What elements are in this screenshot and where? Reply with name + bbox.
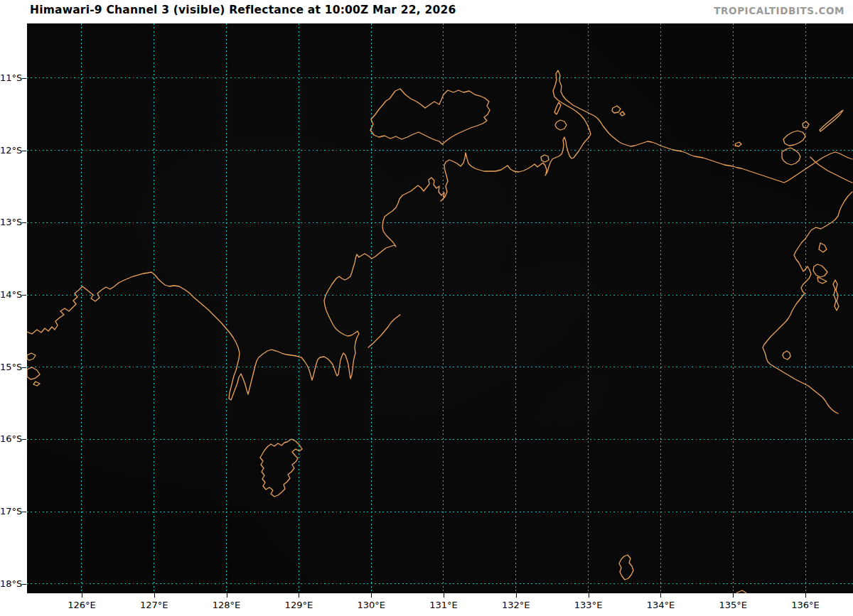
longitude-tick (733, 593, 734, 598)
coastline-left-edge-island-a (27, 353, 36, 360)
latitude-tick (22, 584, 26, 585)
coastline-groote-edge-island (833, 280, 839, 310)
latitude-label: 12°S (0, 145, 21, 156)
coastline-island-ne-arnhem-c (782, 148, 800, 165)
coastline-goulburn-island-west (612, 106, 621, 113)
longitude-tick (444, 593, 444, 598)
longitude-tick (371, 593, 372, 598)
coastline-goulburn-island-east (620, 112, 625, 116)
coastline-tiwi-islands (370, 89, 490, 144)
header-bar: Himawari-9 Channel 3 (visible) Reflectan… (0, 0, 853, 23)
latitude-tick (22, 367, 26, 368)
satellite-image-page: { "header": { "title": "Himawari-9 Chann… (0, 0, 853, 616)
latitude-tick (22, 78, 26, 79)
latitude-tick (22, 512, 26, 512)
latitude-label: 13°S (0, 217, 21, 227)
longitude-tick (82, 593, 82, 598)
coastline-coastal-lagoon-alligator-rivers (541, 155, 549, 162)
latitude-tick (22, 222, 26, 223)
longitude-label: 133°E (567, 600, 610, 610)
coastline-wessel-islands-chain (820, 110, 843, 131)
longitude-label: 134°E (639, 600, 682, 610)
latitude-label: 15°S (0, 362, 21, 372)
longitude-label: 126°E (60, 600, 103, 610)
coastline-blue-mud-bay-island-c (819, 243, 827, 252)
tropicaltidbits-watermark: TROPICALTIDBITS.COM (714, 5, 844, 16)
longitude-label: 131°E (422, 600, 465, 610)
latitude-tick (22, 151, 26, 151)
longitude-tick (660, 593, 661, 598)
latitude-label: 17°S (0, 506, 21, 517)
coastline-island-ne-arnhem-a (783, 131, 805, 146)
latitude-label: 16°S (0, 433, 21, 444)
longitude-tick (805, 593, 806, 598)
coastline-overlay (27, 23, 853, 593)
coastline-small-island-arnhem-coast (735, 142, 741, 146)
coastline-left-edge-island-b (27, 367, 40, 379)
longitude-label: 129°E (277, 600, 320, 610)
latitude-label: 18°S (0, 578, 21, 589)
coastline-victoria-river-course (368, 315, 400, 347)
coastline-lake-argyle (260, 439, 302, 497)
coastline-gulf-of-carpentaria-west-coast (763, 192, 852, 414)
coastline-lake-at-bottom-edge (735, 590, 748, 593)
satellite-map-canvas (27, 23, 853, 593)
coastline-blue-mud-bay-island-b (817, 277, 827, 283)
coastline-island-ne-arnhem-b (803, 121, 809, 128)
longitude-label: 127°E (133, 600, 176, 610)
coastline-croker-island-spit (554, 102, 561, 114)
coastline-small-lake-near-gulf-coast (783, 351, 790, 360)
coastline-lake-woods (619, 555, 633, 580)
coastline-gove-peninsula-south-shore (810, 157, 852, 183)
latitude-tick (22, 439, 26, 440)
longitude-tick (589, 593, 589, 598)
longitude-tick (299, 593, 299, 598)
coastline-croker-island (555, 120, 567, 130)
longitude-tick (227, 593, 227, 598)
latitude-label: 14°S (0, 289, 21, 300)
longitude-label: 135°E (712, 600, 754, 610)
coastline-blue-mud-bay-island-a (813, 264, 827, 277)
longitude-label: 132°E (495, 600, 537, 610)
latitude-tick (22, 295, 26, 296)
longitude-label: 136°E (784, 600, 827, 610)
longitude-label: 128°E (205, 600, 248, 610)
longitude-tick (154, 593, 155, 598)
page-title: Himawari-9 Channel 3 (visible) Reflectan… (30, 4, 456, 16)
coastline-mainland-kimberley-topend-arnhem-coast (27, 70, 852, 400)
longitude-label: 130°E (350, 600, 392, 610)
longitude-tick (516, 593, 517, 598)
latitude-label: 11°S (0, 72, 21, 83)
coastline-left-edge-island-c (33, 382, 40, 386)
